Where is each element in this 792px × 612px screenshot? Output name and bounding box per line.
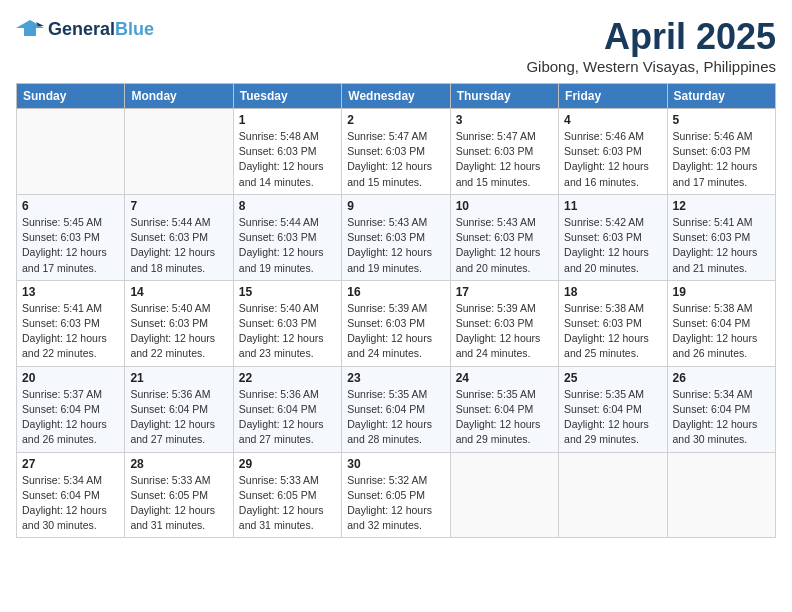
calendar-cell: 12Sunrise: 5:41 AMSunset: 6:03 PMDayligh… [667, 194, 775, 280]
day-number: 21 [130, 371, 227, 385]
calendar-cell: 2Sunrise: 5:47 AMSunset: 6:03 PMDaylight… [342, 109, 450, 195]
day-number: 7 [130, 199, 227, 213]
calendar-cell [450, 452, 558, 538]
calendar-cell: 23Sunrise: 5:35 AMSunset: 6:04 PMDayligh… [342, 366, 450, 452]
day-number: 15 [239, 285, 336, 299]
calendar-cell: 9Sunrise: 5:43 AMSunset: 6:03 PMDaylight… [342, 194, 450, 280]
day-number: 4 [564, 113, 661, 127]
calendar: SundayMondayTuesdayWednesdayThursdayFrid… [16, 83, 776, 538]
day-number: 1 [239, 113, 336, 127]
day-number: 9 [347, 199, 444, 213]
calendar-cell: 29Sunrise: 5:33 AMSunset: 6:05 PMDayligh… [233, 452, 341, 538]
day-info: Sunrise: 5:32 AMSunset: 6:05 PMDaylight:… [347, 473, 444, 534]
calendar-cell: 10Sunrise: 5:43 AMSunset: 6:03 PMDayligh… [450, 194, 558, 280]
calendar-cell: 30Sunrise: 5:32 AMSunset: 6:05 PMDayligh… [342, 452, 450, 538]
day-info: Sunrise: 5:34 AMSunset: 6:04 PMDaylight:… [673, 387, 770, 448]
header: GeneralBlue April 2025 Gibong, Western V… [16, 16, 776, 75]
weekday-header: Saturday [667, 84, 775, 109]
calendar-week-row: 20Sunrise: 5:37 AMSunset: 6:04 PMDayligh… [17, 366, 776, 452]
day-info: Sunrise: 5:47 AMSunset: 6:03 PMDaylight:… [456, 129, 553, 190]
calendar-cell: 3Sunrise: 5:47 AMSunset: 6:03 PMDaylight… [450, 109, 558, 195]
day-info: Sunrise: 5:37 AMSunset: 6:04 PMDaylight:… [22, 387, 119, 448]
month-title: April 2025 [526, 16, 776, 58]
calendar-cell [125, 109, 233, 195]
day-info: Sunrise: 5:35 AMSunset: 6:04 PMDaylight:… [347, 387, 444, 448]
calendar-cell [667, 452, 775, 538]
logo-bird-icon [16, 16, 44, 44]
calendar-cell: 15Sunrise: 5:40 AMSunset: 6:03 PMDayligh… [233, 280, 341, 366]
day-info: Sunrise: 5:35 AMSunset: 6:04 PMDaylight:… [456, 387, 553, 448]
day-info: Sunrise: 5:46 AMSunset: 6:03 PMDaylight:… [673, 129, 770, 190]
calendar-week-row: 13Sunrise: 5:41 AMSunset: 6:03 PMDayligh… [17, 280, 776, 366]
calendar-cell: 17Sunrise: 5:39 AMSunset: 6:03 PMDayligh… [450, 280, 558, 366]
calendar-cell: 26Sunrise: 5:34 AMSunset: 6:04 PMDayligh… [667, 366, 775, 452]
day-info: Sunrise: 5:39 AMSunset: 6:03 PMDaylight:… [347, 301, 444, 362]
day-number: 19 [673, 285, 770, 299]
day-info: Sunrise: 5:42 AMSunset: 6:03 PMDaylight:… [564, 215, 661, 276]
day-info: Sunrise: 5:43 AMSunset: 6:03 PMDaylight:… [456, 215, 553, 276]
calendar-cell: 24Sunrise: 5:35 AMSunset: 6:04 PMDayligh… [450, 366, 558, 452]
calendar-cell: 27Sunrise: 5:34 AMSunset: 6:04 PMDayligh… [17, 452, 125, 538]
weekday-header: Friday [559, 84, 667, 109]
calendar-week-row: 6Sunrise: 5:45 AMSunset: 6:03 PMDaylight… [17, 194, 776, 280]
day-number: 11 [564, 199, 661, 213]
day-number: 30 [347, 457, 444, 471]
day-number: 24 [456, 371, 553, 385]
day-number: 13 [22, 285, 119, 299]
calendar-header: SundayMondayTuesdayWednesdayThursdayFrid… [17, 84, 776, 109]
calendar-cell: 6Sunrise: 5:45 AMSunset: 6:03 PMDaylight… [17, 194, 125, 280]
day-number: 25 [564, 371, 661, 385]
day-number: 2 [347, 113, 444, 127]
day-info: Sunrise: 5:44 AMSunset: 6:03 PMDaylight:… [239, 215, 336, 276]
day-info: Sunrise: 5:46 AMSunset: 6:03 PMDaylight:… [564, 129, 661, 190]
calendar-cell: 25Sunrise: 5:35 AMSunset: 6:04 PMDayligh… [559, 366, 667, 452]
title-area: April 2025 Gibong, Western Visayas, Phil… [526, 16, 776, 75]
day-info: Sunrise: 5:34 AMSunset: 6:04 PMDaylight:… [22, 473, 119, 534]
calendar-cell: 5Sunrise: 5:46 AMSunset: 6:03 PMDaylight… [667, 109, 775, 195]
day-info: Sunrise: 5:35 AMSunset: 6:04 PMDaylight:… [564, 387, 661, 448]
calendar-cell: 14Sunrise: 5:40 AMSunset: 6:03 PMDayligh… [125, 280, 233, 366]
calendar-cell: 4Sunrise: 5:46 AMSunset: 6:03 PMDaylight… [559, 109, 667, 195]
calendar-cell: 8Sunrise: 5:44 AMSunset: 6:03 PMDaylight… [233, 194, 341, 280]
day-info: Sunrise: 5:33 AMSunset: 6:05 PMDaylight:… [130, 473, 227, 534]
day-info: Sunrise: 5:43 AMSunset: 6:03 PMDaylight:… [347, 215, 444, 276]
svg-marker-0 [16, 20, 44, 36]
day-number: 10 [456, 199, 553, 213]
weekday-header: Tuesday [233, 84, 341, 109]
day-number: 29 [239, 457, 336, 471]
weekday-header: Wednesday [342, 84, 450, 109]
day-info: Sunrise: 5:41 AMSunset: 6:03 PMDaylight:… [673, 215, 770, 276]
day-number: 5 [673, 113, 770, 127]
day-info: Sunrise: 5:38 AMSunset: 6:04 PMDaylight:… [673, 301, 770, 362]
day-info: Sunrise: 5:40 AMSunset: 6:03 PMDaylight:… [130, 301, 227, 362]
calendar-cell: 28Sunrise: 5:33 AMSunset: 6:05 PMDayligh… [125, 452, 233, 538]
day-info: Sunrise: 5:38 AMSunset: 6:03 PMDaylight:… [564, 301, 661, 362]
calendar-cell: 7Sunrise: 5:44 AMSunset: 6:03 PMDaylight… [125, 194, 233, 280]
weekday-header: Thursday [450, 84, 558, 109]
day-info: Sunrise: 5:45 AMSunset: 6:03 PMDaylight:… [22, 215, 119, 276]
calendar-cell: 18Sunrise: 5:38 AMSunset: 6:03 PMDayligh… [559, 280, 667, 366]
calendar-cell: 20Sunrise: 5:37 AMSunset: 6:04 PMDayligh… [17, 366, 125, 452]
day-info: Sunrise: 5:39 AMSunset: 6:03 PMDaylight:… [456, 301, 553, 362]
day-info: Sunrise: 5:41 AMSunset: 6:03 PMDaylight:… [22, 301, 119, 362]
calendar-week-row: 27Sunrise: 5:34 AMSunset: 6:04 PMDayligh… [17, 452, 776, 538]
calendar-body: 1Sunrise: 5:48 AMSunset: 6:03 PMDaylight… [17, 109, 776, 538]
calendar-week-row: 1Sunrise: 5:48 AMSunset: 6:03 PMDaylight… [17, 109, 776, 195]
weekday-header: Sunday [17, 84, 125, 109]
day-info: Sunrise: 5:47 AMSunset: 6:03 PMDaylight:… [347, 129, 444, 190]
calendar-cell [559, 452, 667, 538]
day-number: 28 [130, 457, 227, 471]
day-info: Sunrise: 5:36 AMSunset: 6:04 PMDaylight:… [130, 387, 227, 448]
day-number: 6 [22, 199, 119, 213]
day-number: 14 [130, 285, 227, 299]
day-number: 22 [239, 371, 336, 385]
day-number: 18 [564, 285, 661, 299]
day-info: Sunrise: 5:48 AMSunset: 6:03 PMDaylight:… [239, 129, 336, 190]
calendar-cell: 11Sunrise: 5:42 AMSunset: 6:03 PMDayligh… [559, 194, 667, 280]
logo-text: GeneralBlue [48, 20, 154, 40]
calendar-cell [17, 109, 125, 195]
day-number: 20 [22, 371, 119, 385]
logo: GeneralBlue [16, 16, 154, 44]
weekday-header: Monday [125, 84, 233, 109]
day-info: Sunrise: 5:44 AMSunset: 6:03 PMDaylight:… [130, 215, 227, 276]
